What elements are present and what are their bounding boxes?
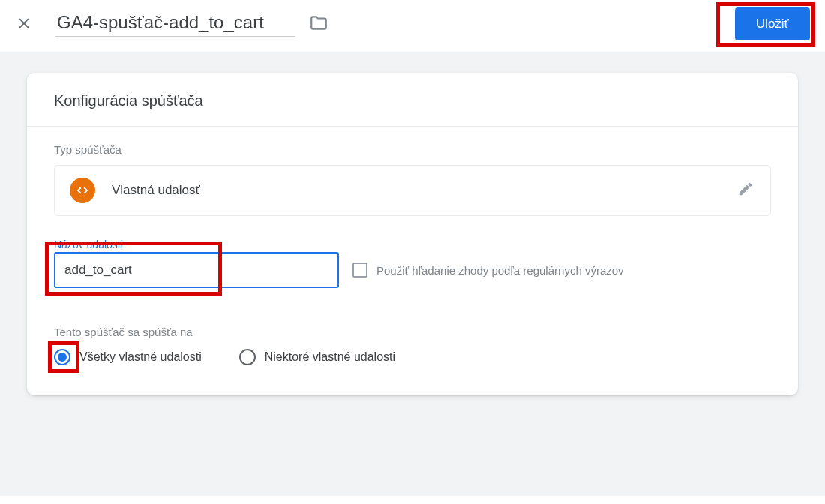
radio-all-label: Všetky vlastné udalosti [80, 350, 202, 364]
fires-on-label: Tento spúšťač sa spúšťa na [54, 326, 771, 338]
close-icon [16, 16, 32, 31]
radio-icon [239, 349, 256, 365]
trigger-type-name: Vlastná udalosť [112, 183, 200, 198]
pencil-icon [737, 181, 754, 197]
event-name-input[interactable] [54, 252, 339, 288]
card-title: Konfigurácia spúšťača [27, 73, 798, 127]
trigger-type-label: Typ spúšťača [54, 143, 771, 156]
folder-icon[interactable] [309, 14, 328, 33]
trigger-name-input[interactable] [56, 9, 296, 37]
regex-checkbox[interactable] [352, 262, 368, 278]
event-name-label: Názov udalosti [54, 238, 771, 250]
canvas-area: Konfigurácia spúšťača Typ spúšťača Vlast… [0, 52, 825, 496]
radio-icon [54, 349, 70, 365]
custom-event-icon [70, 178, 95, 203]
radio-some-events[interactable]: Niektoré vlastné udalosti [239, 349, 395, 365]
close-button[interactable] [15, 14, 33, 32]
radio-some-label: Niektoré vlastné udalosti [265, 350, 395, 364]
edit-type-button[interactable] [737, 181, 754, 200]
radio-all-events[interactable]: Všetky vlastné udalosti [54, 349, 202, 365]
regex-checkbox-label: Použiť hľadanie zhody podľa regulárnych … [376, 264, 624, 277]
trigger-type-row[interactable]: Vlastná udalosť [54, 165, 771, 216]
panel-header: Uložiť [0, 0, 825, 52]
trigger-config-card: Konfigurácia spúšťača Typ spúšťača Vlast… [27, 73, 798, 395]
save-button[interactable]: Uložiť [735, 8, 810, 40]
